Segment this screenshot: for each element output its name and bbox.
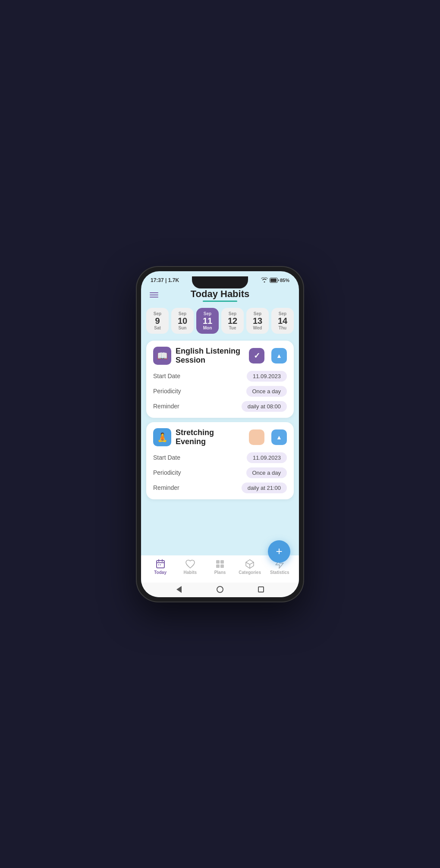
- cal-month: Sep: [179, 311, 186, 316]
- add-habit-button[interactable]: +: [268, 540, 290, 563]
- title-underline: [203, 301, 237, 302]
- start-date-row: Start Date 11.09.2023: [153, 452, 287, 463]
- habit-card-english: 📖 English Listening Session ✓ ▲ Start Da…: [146, 341, 294, 418]
- nav-label-categories: Categories: [239, 570, 261, 575]
- habit-check-button-english[interactable]: ✓: [249, 348, 264, 363]
- wifi-icon: [261, 277, 268, 283]
- cal-month: Sep: [154, 311, 161, 316]
- nav-icon-today: [155, 559, 166, 569]
- habit-title-english: English Listening Session: [176, 347, 245, 365]
- reminder-label: Reminder: [153, 403, 179, 410]
- start-date-value: 11.09.2023: [247, 371, 287, 382]
- cal-day-num: 13: [253, 316, 262, 326]
- svg-rect-5: [216, 564, 220, 568]
- nav-label-statistics: Statistics: [270, 570, 289, 575]
- cal-weekday: Sun: [179, 326, 187, 330]
- reminder-row: Reminder daily at 08:00: [153, 401, 287, 412]
- nav-label-habits: Habits: [184, 570, 197, 575]
- svg-rect-4: [220, 560, 224, 564]
- start-date-label: Start Date: [153, 454, 180, 461]
- phone-screen: 17:37 | 1.7K 85%: [141, 271, 299, 597]
- start-date-value: 11.09.2023: [247, 452, 287, 463]
- back-button[interactable]: [175, 585, 183, 594]
- main-content: 📖 English Listening Session ✓ ▲ Start Da…: [141, 337, 299, 555]
- nav-label-plans: Plans: [214, 570, 226, 575]
- calendar-day-11[interactable]: Sep 11 Mon: [196, 308, 219, 334]
- svg-rect-2: [157, 561, 164, 568]
- habit-icon-english: 📖: [153, 347, 171, 365]
- habit-icon-stretching: 🧘: [153, 428, 171, 446]
- cal-day-num: 14: [278, 316, 287, 326]
- cal-day-num: 12: [228, 316, 237, 326]
- cal-weekday: Mon: [203, 326, 212, 330]
- svg-rect-1: [270, 279, 277, 282]
- menu-button[interactable]: [150, 292, 158, 298]
- reminder-value: daily at 21:00: [242, 483, 287, 493]
- battery-icon: 85%: [270, 278, 289, 283]
- status-icons: 85%: [261, 277, 289, 283]
- home-button[interactable]: [216, 585, 224, 594]
- cal-month: Sep: [204, 311, 211, 316]
- reminder-row: Reminder daily at 21:00: [153, 483, 287, 493]
- chevron-up-icon: ▲: [276, 434, 282, 441]
- nav-icon-plans: [215, 559, 225, 569]
- cal-day-num: 11: [203, 316, 212, 326]
- header-title-container: Today Habits: [191, 288, 250, 302]
- svg-rect-6: [220, 564, 224, 568]
- start-date-row: Start Date 11.09.2023: [153, 371, 287, 382]
- nav-label-today: Today: [154, 570, 167, 575]
- habit-details-english: Start Date 11.09.2023 Periodicity Once a…: [153, 371, 287, 412]
- cal-month: Sep: [279, 311, 286, 316]
- cal-weekday: Sat: [154, 326, 161, 330]
- calendar-day-13[interactable]: Sep 13 Wed: [246, 308, 269, 334]
- periodicity-row: Periodicity Once a day: [153, 386, 287, 397]
- nav-item-habits[interactable]: Habits: [178, 559, 202, 575]
- periodicity-label: Periodicity: [153, 388, 181, 395]
- habit-expand-button-english[interactable]: ▲: [271, 348, 287, 363]
- recents-button[interactable]: [257, 585, 265, 594]
- start-date-label: Start Date: [153, 373, 180, 379]
- svg-rect-3: [216, 560, 220, 564]
- cal-day-num: 9: [155, 316, 160, 326]
- plus-icon: +: [276, 545, 282, 558]
- cal-month: Sep: [229, 311, 236, 316]
- calendar-day-10[interactable]: Sep 10 Sun: [171, 308, 194, 334]
- status-time: 17:37 | 1.7K: [151, 277, 179, 283]
- habit-header: 📖 English Listening Session ✓ ▲: [153, 347, 287, 365]
- habit-check-button-stretching[interactable]: [249, 429, 264, 445]
- cal-weekday: Thu: [279, 326, 286, 330]
- calendar-day-9[interactable]: Sep 9 Sat: [146, 308, 169, 334]
- cal-month: Sep: [254, 311, 261, 316]
- nav-icon-habits: [185, 559, 195, 569]
- calendar-day-12[interactable]: Sep 12 Tue: [221, 308, 244, 334]
- cal-weekday: Wed: [253, 326, 262, 330]
- habit-card-stretching: 🧘 Stretching Evening ▲ Start Date 11.09.…: [146, 422, 294, 499]
- cal-day-num: 10: [178, 316, 187, 326]
- habit-header: 🧘 Stretching Evening ▲: [153, 428, 287, 446]
- phone-frame: 17:37 | 1.7K 85%: [136, 266, 304, 602]
- nav-icon-categories: [245, 559, 255, 569]
- habit-title-stretching: Stretching Evening: [176, 428, 245, 446]
- calendar-strip[interactable]: Sep 9 Sat Sep 10 Sun Sep 11 Mon Sep 12 T…: [141, 304, 299, 337]
- periodicity-value: Once a day: [246, 386, 287, 397]
- periodicity-label: Periodicity: [153, 469, 181, 476]
- reminder-label: Reminder: [153, 484, 179, 491]
- nav-item-today[interactable]: Today: [148, 559, 172, 575]
- page-title: Today Habits: [191, 288, 250, 300]
- chevron-up-icon: ▲: [276, 352, 282, 359]
- habit-expand-button-stretching[interactable]: ▲: [271, 429, 287, 445]
- calendar-day-14[interactable]: Sep 14 Thu: [271, 308, 294, 334]
- notch: [192, 276, 248, 288]
- cal-weekday: Tue: [229, 326, 236, 330]
- home-bar: [141, 583, 299, 597]
- reminder-value: daily at 08:00: [242, 401, 287, 412]
- check-mark: ✓: [254, 351, 260, 360]
- periodicity-row: Periodicity Once a day: [153, 467, 287, 478]
- nav-item-plans[interactable]: Plans: [208, 559, 232, 575]
- nav-item-categories[interactable]: Categories: [238, 559, 262, 575]
- periodicity-value: Once a day: [246, 467, 287, 478]
- habit-details-stretching: Start Date 11.09.2023 Periodicity Once a…: [153, 452, 287, 493]
